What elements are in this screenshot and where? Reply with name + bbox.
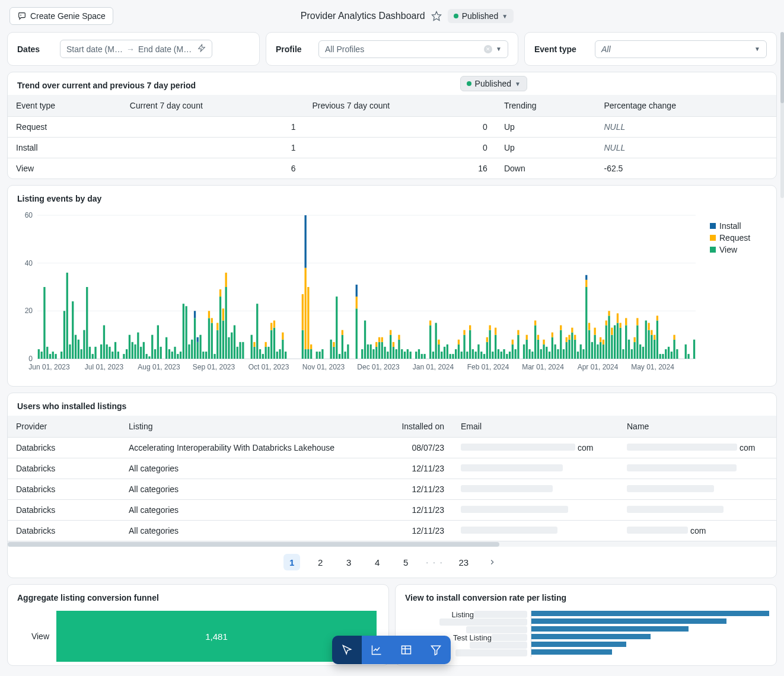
table-header-cell[interactable]: Trending — [496, 95, 596, 117]
table-row: DatabricksAll categories12/11/23 — [8, 458, 776, 479]
scrollbar[interactable] — [780, 32, 784, 198]
svg-rect-258 — [628, 340, 630, 359]
svg-rect-173 — [463, 330, 465, 335]
svg-rect-272 — [654, 335, 655, 340]
svg-rect-62 — [194, 311, 196, 318]
svg-rect-123 — [342, 330, 343, 335]
svg-rect-98 — [273, 328, 275, 359]
table-header-cell[interactable]: Current 7 day count — [122, 95, 304, 117]
svg-rect-166 — [450, 354, 451, 359]
page-button[interactable]: 3 — [340, 554, 357, 570]
table-header-cell[interactable]: Event type — [8, 95, 122, 117]
trend-table: Event typeCurrent 7 day countPrevious 7 … — [8, 95, 776, 178]
svg-rect-36 — [117, 352, 119, 359]
svg-rect-27 — [89, 347, 91, 359]
event-type-value: All — [601, 44, 611, 54]
filter-tool-button[interactable] — [421, 636, 451, 664]
horizontal-scrollbar[interactable] — [8, 541, 776, 547]
svg-rect-264 — [639, 345, 641, 359]
table-cell — [619, 479, 776, 500]
svg-rect-56 — [180, 352, 181, 359]
svg-rect-212 — [549, 352, 550, 359]
table-header-cell[interactable]: Email — [452, 416, 619, 438]
table-header-cell[interactable]: Name — [619, 416, 776, 438]
star-icon[interactable] — [431, 11, 442, 21]
svg-rect-47 — [151, 335, 153, 359]
svg-rect-88 — [253, 347, 255, 359]
svg-rect-60 — [191, 340, 193, 359]
svg-text:Jun 01, 2023: Jun 01, 2023 — [28, 363, 70, 371]
page-button[interactable]: 1 — [283, 554, 300, 570]
svg-rect-274 — [656, 315, 658, 320]
filter-dates: Dates Start date (M… → End date (M… — [7, 32, 260, 66]
svg-rect-144 — [393, 347, 394, 359]
page-button[interactable]: 5 — [397, 554, 414, 570]
svg-rect-159 — [432, 352, 434, 359]
svg-rect-219 — [563, 349, 565, 359]
table-header-cell[interactable]: Percentage change — [595, 95, 776, 117]
status-dropdown[interactable]: Published ▼ — [448, 9, 514, 23]
table-header-cell[interactable]: Provider — [8, 416, 120, 438]
svg-rect-229 — [580, 345, 582, 359]
date-range-input[interactable]: Start date (M… → End date (M… — [60, 40, 212, 58]
status-dot-icon — [467, 81, 471, 86]
svg-rect-117 — [330, 340, 332, 359]
table-header-cell[interactable]: Listing — [120, 416, 369, 438]
svg-rect-241 — [600, 337, 601, 342]
page-button-last[interactable]: 23 — [455, 554, 472, 570]
svg-rect-43 — [140, 347, 142, 359]
svg-rect-24 — [81, 349, 82, 359]
cursor-tool-button[interactable] — [332, 636, 362, 664]
svg-rect-106 — [302, 294, 304, 330]
panel-status-dropdown[interactable]: Published ▼ — [460, 76, 527, 91]
table-cell: com — [452, 438, 619, 458]
svg-rect-256 — [625, 326, 627, 359]
svg-rect-46 — [148, 356, 150, 359]
legend-item[interactable]: Install — [710, 221, 767, 231]
svg-rect-54 — [174, 347, 176, 359]
svg-rect-86 — [242, 342, 244, 359]
legend-item[interactable]: Request — [710, 233, 767, 243]
table-cell: Up — [496, 117, 596, 138]
svg-rect-220 — [566, 342, 568, 359]
profile-select[interactable]: All Profiles ✕ ▼ — [318, 40, 508, 58]
table-cell: 1 — [122, 138, 304, 158]
svg-rect-149 — [401, 349, 403, 359]
svg-rect-227 — [574, 335, 576, 340]
floating-toolbar — [332, 636, 451, 664]
svg-rect-186 — [492, 352, 493, 359]
svg-rect-214 — [552, 333, 553, 337]
svg-rect-210 — [543, 340, 544, 345]
svg-rect-271 — [654, 340, 655, 359]
chart-tool-button[interactable] — [362, 636, 391, 664]
svg-rect-101 — [279, 349, 281, 359]
page-next-button[interactable] — [484, 554, 501, 570]
page-button[interactable]: 2 — [312, 554, 329, 570]
legend-item[interactable]: View — [710, 245, 767, 254]
svg-rect-94 — [265, 342, 267, 347]
svg-rect-38 — [126, 349, 128, 359]
table-cell: All categories — [120, 458, 369, 479]
svg-rect-285 — [693, 340, 695, 359]
table-tool-button[interactable] — [391, 636, 421, 664]
svg-rect-92 — [262, 354, 264, 359]
table-header-cell[interactable]: Installed on — [369, 416, 452, 438]
svg-rect-259 — [631, 349, 633, 359]
clear-icon[interactable]: ✕ — [484, 45, 492, 53]
table-cell: 16 — [304, 158, 495, 179]
svg-rect-234 — [588, 330, 590, 359]
svg-rect-250 — [614, 326, 616, 359]
svg-rect-207 — [537, 335, 539, 340]
table-header-cell[interactable]: Previous 7 day count — [304, 95, 495, 117]
event-type-select[interactable]: All ▼ — [595, 40, 767, 58]
table-header-row: Event typeCurrent 7 day countPrevious 7 … — [8, 95, 776, 117]
svg-rect-155 — [421, 354, 423, 359]
page-button[interactable]: 4 — [369, 554, 385, 570]
conversion-bar — [531, 642, 626, 647]
svg-rect-77 — [222, 321, 224, 359]
svg-rect-120 — [336, 296, 337, 359]
svg-rect-137 — [378, 337, 380, 342]
svg-rect-194 — [512, 345, 514, 359]
svg-rect-114 — [316, 352, 318, 359]
svg-rect-202 — [528, 349, 530, 359]
